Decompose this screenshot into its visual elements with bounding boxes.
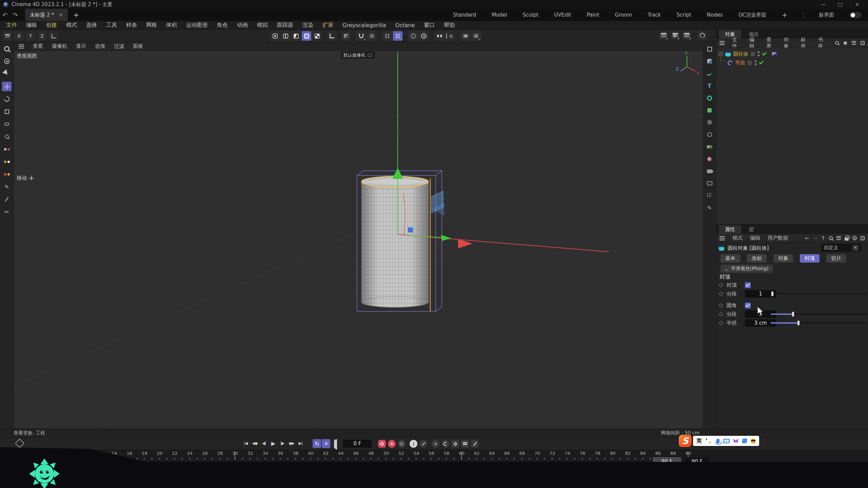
visibility-hex-icon[interactable] [461, 31, 470, 41]
key-diamond-icon[interactable] [719, 283, 723, 287]
search-icon[interactable] [829, 236, 833, 240]
sound-icon[interactable] [332, 441, 338, 448]
menu-item[interactable]: 选择 [86, 22, 97, 29]
object-name[interactable]: 圆柱体 [733, 51, 748, 57]
paint-dots-icon[interactable] [2, 157, 12, 166]
mirror-tool-icon[interactable] [435, 31, 444, 41]
floor-icon[interactable] [705, 142, 714, 151]
attribute-menu-icon[interactable] [719, 236, 725, 240]
record-keyframe-button[interactable] [378, 440, 386, 448]
tree-row-cylinder[interactable]: − 圆柱体 [719, 49, 777, 58]
ime-toolbar[interactable]: S 英 ’， [679, 435, 759, 447]
record-param-icon[interactable] [432, 440, 439, 448]
toolbox-grid-icon[interactable] [742, 439, 747, 443]
target-icon[interactable] [852, 236, 857, 240]
maximize-button[interactable]: □ [833, 1, 848, 8]
up-icon[interactable]: ↑ [821, 235, 825, 241]
viewport-search-icon[interactable] [2, 44, 12, 54]
brush-dots-icon[interactable] [2, 144, 12, 154]
forward-icon[interactable]: → [813, 235, 817, 241]
attribute-tab-button[interactable]: 对象 [773, 254, 793, 263]
section-title[interactable]: 封顶 [719, 273, 730, 281]
make-editable-icon[interactable] [3, 31, 12, 41]
camera-tool-icon[interactable] [705, 167, 714, 176]
simulation-gear-icon[interactable] [705, 118, 714, 127]
next-key-button[interactable]: ◆▶ [287, 439, 296, 448]
display-icon[interactable] [705, 179, 714, 188]
motion-system-icon[interactable] [461, 440, 469, 448]
viewport-menu-icon[interactable] [19, 44, 24, 48]
attr-menu-item[interactable]: 模式 [732, 235, 743, 241]
next-frame-button[interactable]: |▶ [278, 439, 287, 448]
layout-item[interactable]: OC渲染界面 [738, 12, 766, 18]
layer-toggle[interactable] [751, 52, 755, 56]
rotate-tool-icon[interactable] [2, 94, 12, 104]
polygons-mode-icon[interactable] [291, 31, 301, 41]
fillet-radius-slider[interactable] [771, 322, 866, 324]
menu-item[interactable]: 编辑 [26, 22, 37, 29]
ime-punctuation-toggle[interactable]: ’， [706, 438, 713, 444]
menu-item[interactable]: 模拟 [257, 22, 268, 29]
filter-icon[interactable] [852, 41, 856, 45]
model-mode-icon[interactable] [302, 31, 311, 41]
export-icon[interactable]: ↗ [861, 41, 865, 45]
menu-item[interactable]: Greyscalegorilla [342, 22, 386, 28]
menu-item[interactable]: 渲染 [302, 22, 313, 29]
current-frame-field[interactable]: 0 F [343, 440, 372, 448]
axis-lock-y-button[interactable]: Y [26, 31, 35, 41]
vp-menu-item[interactable]: 过滤 [114, 43, 124, 49]
close-button[interactable]: × [850, 1, 865, 8]
grid-lock-icon[interactable] [393, 31, 402, 41]
object-menu-icon[interactable] [719, 41, 725, 45]
keyboard-icon[interactable] [723, 439, 730, 443]
cylinder-object[interactable] [361, 176, 429, 307]
minimize-button[interactable]: — [816, 1, 831, 8]
grid-quantize-icon[interactable] [382, 31, 392, 41]
material-icon[interactable] [705, 155, 714, 163]
snap-settings-icon[interactable] [367, 31, 376, 41]
filter-icon[interactable] [836, 236, 841, 240]
keyframe-diamond-icon[interactable] [15, 439, 24, 448]
menu-item[interactable]: 动画 [237, 22, 248, 29]
enabled-check-icon[interactable] [759, 60, 763, 64]
render-picture-viewer-icon[interactable]: ▶ [670, 30, 680, 40]
axis-modify-icon[interactable] [327, 31, 337, 41]
record-position-icon[interactable] [410, 440, 417, 448]
layout-item[interactable]: Script [676, 12, 691, 18]
redo-icon[interactable]: ↷ [10, 11, 20, 19]
sketch-pen-icon[interactable]: ✎ [2, 182, 12, 191]
enhanced-opengl-icon[interactable] [409, 31, 418, 41]
play-button[interactable]: ▶ [269, 439, 277, 448]
key-diamond-icon[interactable] [719, 292, 723, 296]
preset-dropdown[interactable]: 自定义 ▾ [821, 244, 861, 252]
export-icon[interactable]: ↗ [861, 236, 865, 240]
perspective-viewport[interactable]: Y Z X 透视视图 默认摄像机 移动 [14, 51, 703, 428]
cloner-icon[interactable] [705, 94, 714, 102]
menu-item[interactable]: 窗口 [424, 22, 435, 29]
points-mode-icon[interactable] [270, 31, 280, 41]
lock-icon[interactable] [845, 238, 849, 241]
layer-toggle[interactable] [748, 61, 752, 65]
home-icon[interactable] [843, 41, 847, 45]
tab-attributes[interactable]: 属性 [719, 225, 741, 234]
key-diamond-icon[interactable] [719, 312, 723, 317]
enabled-check-icon[interactable] [762, 51, 766, 55]
back-icon[interactable]: ← [805, 235, 809, 241]
viewport-name-label[interactable]: 透视视图 [17, 53, 37, 59]
vp-menu-item[interactable]: 选项 [95, 43, 105, 49]
phong-shading-button[interactable]: 平滑着色(Phong) [721, 265, 773, 273]
menu-item[interactable]: 网格 [146, 22, 157, 29]
render-view-icon[interactable] [659, 30, 668, 40]
document-tab[interactable]: 未标题 2 * × [25, 9, 68, 21]
loop-mode-icon[interactable]: ↻ [313, 439, 321, 448]
search-icon[interactable] [835, 41, 839, 45]
fillet-checkbox[interactable] [745, 303, 751, 308]
menu-item[interactable]: 跟踪器 [277, 22, 293, 29]
menu-item[interactable]: 帮助 [444, 22, 455, 29]
viewport-solo-icon[interactable] [2, 132, 12, 141]
layout-item[interactable]: UVEdit [554, 12, 571, 18]
layout-item[interactable]: Track [648, 12, 661, 18]
menu-item[interactable]: 运动图形 [186, 22, 208, 29]
annotate-pen-icon[interactable]: ✎ [705, 203, 714, 212]
layout-item[interactable]: Sculpt [522, 12, 538, 18]
